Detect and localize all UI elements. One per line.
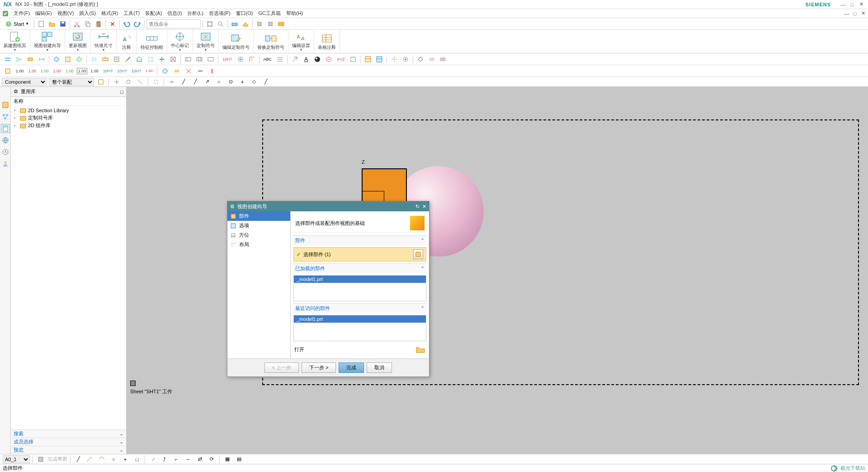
redo-icon[interactable]	[132, 19, 142, 29]
tol-val[interactable]: 1.00	[27, 68, 38, 74]
select-part-row[interactable]: ✓ 选择部件 (1)	[293, 247, 426, 262]
minimize-button[interactable]: —	[840, 1, 846, 8]
sketch-tool[interactable]	[85, 454, 95, 464]
tol-icon[interactable]	[172, 66, 182, 76]
sketch-tool[interactable]: ⟋	[148, 454, 158, 464]
view-icon2[interactable]	[241, 19, 250, 29]
filter-icon[interactable]: ╱	[190, 77, 200, 87]
menu-insert[interactable]: 插入(S)	[76, 9, 99, 18]
filter-icon[interactable]	[96, 77, 106, 87]
select-part-button[interactable]	[413, 249, 423, 259]
tb2-icon[interactable]	[146, 54, 156, 64]
doc-restore[interactable]: □	[852, 10, 858, 17]
filter-icon[interactable]: ○	[214, 77, 224, 87]
tb2-icon[interactable]	[247, 54, 257, 64]
tb2-icon[interactable]	[52, 54, 61, 64]
filter-icon[interactable]: ╱	[261, 77, 271, 87]
tb2-a-icon[interactable]: A	[301, 54, 311, 64]
section-member-select[interactable]: 成员选择⌄	[11, 438, 126, 446]
ribbon-feature-frame[interactable]: 特征控制框	[137, 30, 167, 53]
tol-val[interactable]: 1.00	[39, 68, 50, 74]
nav-layout[interactable]: 布局	[227, 240, 290, 249]
sheet-selector[interactable]: A0_1	[3, 455, 30, 463]
view-icon3[interactable]	[255, 19, 264, 29]
filter-icon[interactable]: ◇	[249, 77, 259, 87]
section-search[interactable]: 搜索⌄	[11, 429, 126, 438]
tree-item-2d-component[interactable]: + 2D 组件库	[12, 122, 125, 129]
tb2-icon[interactable]	[89, 54, 99, 64]
tab-history[interactable]	[1, 148, 10, 157]
tb2-xyz[interactable]: XYZ	[335, 54, 347, 64]
ribbon-edit-symbol[interactable]: 编辑定制符号	[219, 30, 254, 53]
tb2-icon[interactable]	[63, 54, 73, 64]
ribbon-view-wizard[interactable]: 视图创建向导▼	[30, 30, 65, 53]
tb2-icon[interactable]	[14, 54, 24, 64]
cancel-button[interactable]: 取消	[367, 362, 392, 373]
tb2-10h7[interactable]: 10H7	[221, 54, 234, 64]
tol-icon[interactable]	[3, 66, 13, 76]
tol-val2[interactable]: 1.00	[144, 68, 154, 74]
tb2-icon[interactable]	[37, 54, 47, 64]
filter-icon[interactable]	[167, 77, 177, 87]
sketch-tool[interactable]: ⟳	[207, 454, 217, 464]
cut-icon[interactable]	[72, 19, 82, 29]
save-icon[interactable]	[58, 19, 68, 29]
tol-10h7[interactable]: 10H7	[102, 68, 114, 74]
tol-val[interactable]: 1.00	[77, 68, 88, 74]
tol-val[interactable]: 1.00	[52, 68, 63, 74]
menu-help[interactable]: 帮助(H)	[283, 9, 306, 18]
copy-icon[interactable]	[83, 19, 93, 29]
ribbon-update-view[interactable]: 更新视图▼	[65, 30, 91, 53]
filter-icon[interactable]	[135, 77, 145, 87]
tb2-icon[interactable]	[324, 54, 334, 64]
close-button[interactable]: ✕	[858, 1, 864, 8]
sketch-tool[interactable]: ╱	[73, 454, 83, 464]
finish-button[interactable]: 完成	[339, 362, 364, 373]
tb2-icon[interactable]: □	[194, 54, 204, 64]
tb2-icon[interactable]	[74, 54, 84, 64]
menu-file[interactable]: 文件(F)	[11, 9, 33, 18]
tab-roles[interactable]	[1, 159, 10, 168]
pin-icon[interactable]: □	[120, 89, 123, 95]
app-menu-icon[interactable]	[2, 10, 9, 17]
ribbon-annotation[interactable]: A 注释	[117, 30, 137, 53]
sketch-tool[interactable]: ▦	[222, 454, 232, 464]
dialog-reset-icon[interactable]: ↻	[415, 204, 420, 210]
gear-icon[interactable]: ⚙	[230, 204, 235, 210]
list-item[interactable]: _model1.prt	[294, 276, 426, 283]
tb2-icon[interactable]	[168, 54, 178, 64]
tb2-icon[interactable]	[312, 54, 322, 64]
tb2-icon[interactable]	[25, 54, 35, 64]
ribbon-replace-symbol[interactable]: 替换定制符号	[254, 30, 288, 53]
sketch-tool[interactable]: ⌐	[171, 454, 181, 464]
sketch-tool[interactable]: ○	[108, 454, 118, 464]
tb2-icon[interactable]	[236, 54, 245, 64]
ribbon-center-mark[interactable]: 中心标记▼	[167, 30, 193, 53]
tol-10h7b[interactable]: 10H7	[116, 68, 128, 74]
tab-web[interactable]	[1, 136, 10, 145]
ribbon-custom-symbol[interactable]: 定制符号▼	[193, 30, 219, 53]
section-recent[interactable]: 最近访问的部件⌃	[293, 303, 426, 313]
menu-format[interactable]: 格式(R)	[99, 9, 121, 18]
delete-icon[interactable]: ✕	[108, 19, 118, 29]
gear-icon[interactable]: ⚙	[14, 89, 18, 95]
open-folder-icon[interactable]	[415, 345, 425, 354]
tb2-icon[interactable]	[183, 54, 193, 64]
section-part[interactable]: 部件⌃	[293, 235, 426, 245]
dialog-close-icon[interactable]: ✕	[422, 204, 426, 210]
sketch-tool[interactable]: □	[132, 454, 142, 464]
tb2-abc[interactable]: ABC	[262, 54, 274, 64]
ribbon-new-sheet[interactable]: 新建图纸页▼	[0, 30, 30, 53]
sketch-tool[interactable]: ⇄	[195, 454, 205, 464]
drawing-canvas[interactable]: Z X Sheet "SHT1" 工作 ⚙ 视图创建向导 ↻ ✕ 部件	[127, 87, 868, 454]
tol-icon[interactable]	[207, 66, 217, 76]
tb2-icon[interactable]	[123, 54, 133, 64]
tab-assembly[interactable]	[1, 112, 10, 121]
tb2-icon[interactable]	[438, 54, 448, 64]
tb2-icon[interactable]	[134, 54, 144, 64]
nav-options[interactable]: 选项	[227, 221, 290, 230]
tb2-icon[interactable]	[427, 54, 437, 64]
assembly-filter[interactable]: 整个装配	[49, 78, 94, 86]
tb2-gear-icon[interactable]	[415, 54, 425, 64]
tb2-icon[interactable]	[206, 54, 216, 64]
